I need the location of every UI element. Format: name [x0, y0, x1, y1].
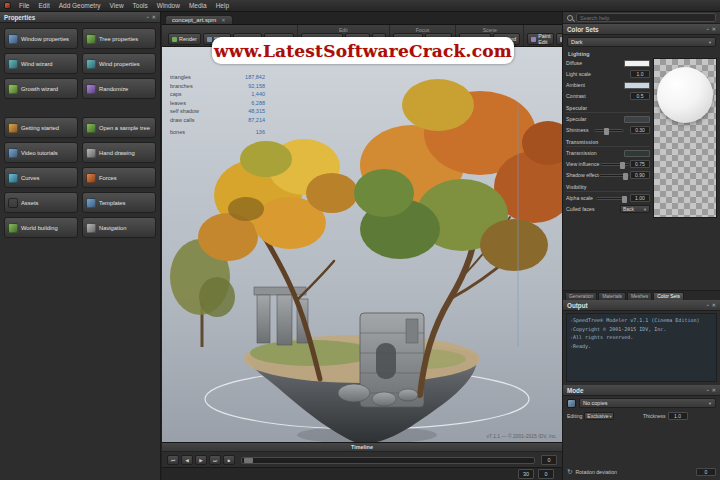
panel-close-icon[interactable]: ✕: [712, 302, 716, 308]
navigation-button[interactable]: Navigation: [82, 217, 156, 238]
randomize-button[interactable]: Randomize: [82, 78, 156, 99]
tree-properties-button[interactable]: Tree properties: [82, 28, 156, 49]
culled-faces-dropdown[interactable]: Back▼: [620, 205, 650, 213]
watermark-banner: www.LatestSoftwareCrack.com: [212, 37, 514, 64]
open-sample-tree-button[interactable]: Open a sample tree: [82, 117, 156, 138]
panel-close-icon[interactable]: ✕: [152, 14, 156, 20]
menu-tools[interactable]: Tools: [129, 1, 152, 10]
stop-button[interactable]: ■: [223, 455, 235, 465]
step-forward-button[interactable]: ⏭: [209, 455, 221, 465]
diffuse-color-swatch[interactable]: [624, 60, 650, 67]
world-building-button[interactable]: World building: [4, 217, 78, 238]
shadow-effect-value[interactable]: 0.90: [630, 171, 650, 179]
menu-help[interactable]: Help: [212, 1, 233, 10]
menu-bar: File Edit Add Geometry View Tools Window…: [0, 0, 720, 12]
panel-pin-icon[interactable]: ▪: [147, 14, 149, 20]
document-tab-bar: concept_art.spm ✕: [162, 12, 562, 25]
thickness-spinner[interactable]: 1.0: [668, 412, 688, 420]
templates-button[interactable]: Templates: [82, 192, 156, 213]
view-influence-slider[interactable]: [600, 163, 630, 166]
menu-file[interactable]: File: [15, 1, 33, 10]
panel-pin-icon[interactable]: ▪: [707, 302, 709, 308]
output-panel: Output ▪✕ SpeedTree® Modeler v7.1.1 (Cin…: [563, 300, 720, 385]
properties-panel-header: Properties ▪✕: [0, 12, 160, 23]
growth-wizard-button[interactable]: Growth wizard: [4, 78, 78, 99]
view-influence-value[interactable]: 0.75: [630, 160, 650, 168]
help-search-bar: [563, 12, 720, 24]
tab-meshes[interactable]: Meshes: [627, 292, 652, 300]
editing-dropdown[interactable]: Exclusive▼: [584, 412, 614, 420]
rotation-deviation-spinner[interactable]: 0: [696, 468, 716, 476]
growth-wizard-icon: [8, 84, 18, 94]
color-set-preset-dropdown[interactable]: Dark ▼: [567, 37, 716, 47]
paint-edit-icon: [531, 37, 536, 42]
timeline-panel: Timeline ⏮ ◀ ▶ ⏭ ■ 0: [162, 442, 562, 467]
play-button[interactable]: ▶: [195, 455, 207, 465]
menu-view[interactable]: View: [106, 1, 128, 10]
scrubber-handle[interactable]: [244, 458, 253, 463]
menu-window[interactable]: Window: [153, 1, 184, 10]
tab-close-icon[interactable]: ✕: [221, 17, 225, 23]
document-tab[interactable]: concept_art.spm ✕: [165, 15, 233, 24]
alpha-scale-slider[interactable]: [596, 197, 626, 200]
menu-media[interactable]: Media: [185, 1, 211, 10]
mode-dropdown[interactable]: No copies ▼: [579, 398, 716, 408]
step-back-button[interactable]: ◀: [181, 455, 193, 465]
panel-spacer: [563, 223, 720, 290]
window-properties-button[interactable]: Window properties: [4, 28, 78, 49]
alpha-scale-value[interactable]: 1.00: [630, 194, 650, 202]
render-button[interactable]: Render: [168, 33, 201, 45]
panel-pin-icon[interactable]: ▪: [707, 26, 709, 32]
contrast-spinner[interactable]: 0.5: [630, 92, 650, 100]
menu-add-geometry[interactable]: Add Geometry: [55, 1, 105, 10]
forces-icon: [86, 173, 96, 183]
light-scale-spinner[interactable]: 1.0: [630, 70, 650, 78]
material-preview[interactable]: [653, 58, 717, 218]
mode-panel-header: Mode ▪✕: [563, 385, 720, 396]
shininess-slider[interactable]: [594, 129, 624, 132]
navigation-icon: [86, 223, 96, 233]
wind-properties-button[interactable]: Wind properties: [82, 53, 156, 74]
specular-color-swatch[interactable]: [624, 116, 650, 123]
transmission-color-swatch[interactable]: [624, 150, 650, 157]
shadow-effect-slider[interactable]: [599, 174, 629, 177]
panel-close-icon[interactable]: ✕: [712, 26, 716, 32]
output-title: Output: [567, 302, 588, 309]
timeline-controls: ⏮ ◀ ▶ ⏭ ■ 0: [162, 452, 562, 468]
hand-drawing-button[interactable]: Hand drawing: [82, 142, 156, 163]
wind-properties-icon: [86, 59, 96, 69]
forces-button[interactable]: Forces: [82, 167, 156, 188]
tab-color-sets[interactable]: Color Sets: [653, 292, 684, 300]
getting-started-button[interactable]: Getting started: [4, 117, 78, 138]
fps-field[interactable]: 30: [518, 469, 534, 479]
paint-edit-button[interactable]: Paint Edit: [527, 33, 554, 45]
search-icon: [567, 15, 573, 21]
hand-drawing-icon: [86, 148, 96, 158]
properties-panel-title: Properties: [4, 14, 35, 21]
skip-start-button[interactable]: ⏮: [167, 455, 179, 465]
assets-icon: [8, 198, 18, 208]
current-frame-field[interactable]: 0: [541, 455, 557, 465]
panel-pin-icon[interactable]: ▪: [707, 387, 709, 393]
color-sets-body: Diffuse Light scale1.0 Ambient Contrast0…: [563, 58, 720, 223]
curves-button[interactable]: Curves: [4, 167, 78, 188]
video-tutorials-button[interactable]: Video tutorials: [4, 142, 78, 163]
help-search-input[interactable]: [576, 13, 716, 22]
show-icon: [207, 37, 212, 42]
panel-close-icon[interactable]: ✕: [712, 387, 716, 393]
viewport-3d[interactable]: triangles187,842 branches92,158 caps1,44…: [162, 47, 562, 442]
timeline-scrubber[interactable]: [241, 457, 535, 464]
tree-properties-icon: [86, 34, 96, 44]
tab-generation[interactable]: Generation: [565, 292, 597, 300]
tab-materials[interactable]: Materials: [598, 292, 626, 300]
ambient-color-swatch[interactable]: [624, 82, 650, 89]
frame-field[interactable]: 0: [538, 469, 554, 479]
assets-button[interactable]: Assets: [4, 192, 78, 213]
rotation-icon: ↻: [567, 468, 572, 476]
wind-wizard-button[interactable]: Wind wizard: [4, 53, 78, 74]
menu-edit[interactable]: Edit: [34, 1, 53, 10]
color-sets-panel-header: Color Sets ▪✕: [563, 24, 720, 35]
mode-title: Mode: [567, 387, 583, 394]
viewport-caption: v7.1.1 — © 2001-2015 IDV, Inc.: [487, 433, 558, 439]
shininess-value[interactable]: 0.30: [630, 126, 650, 134]
